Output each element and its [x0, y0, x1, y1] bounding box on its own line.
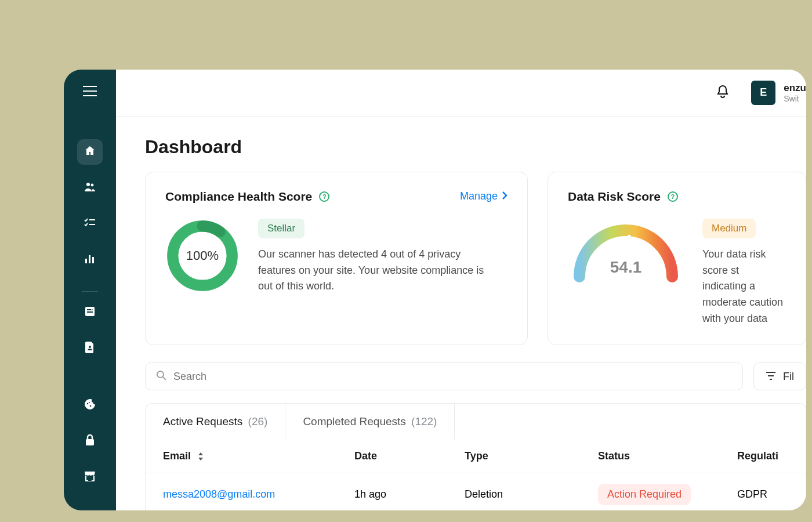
manage-link[interactable]: Manage — [460, 190, 507, 202]
compliance-percent: 100% — [165, 219, 240, 293]
sidebar-item-home[interactable] — [77, 139, 103, 165]
sort-icon — [198, 452, 204, 461]
risk-title: Data Risk Score — [568, 190, 661, 204]
svg-point-11 — [89, 402, 90, 403]
tab-active-requests[interactable]: Active Requests (26) — [146, 404, 285, 440]
request-tabs: Active Requests (26) Completed Requests … — [145, 403, 806, 440]
sidebar — [64, 70, 116, 510]
form-icon — [85, 306, 95, 319]
sidebar-item-security[interactable] — [77, 429, 103, 454]
checklist-icon — [84, 218, 96, 230]
manage-label: Manage — [460, 190, 498, 202]
user-subtitle: Swit — [784, 94, 806, 103]
svg-point-10 — [90, 405, 92, 407]
risk-badge: Medium — [702, 219, 756, 238]
lock-icon — [85, 434, 95, 448]
svg-rect-4 — [92, 257, 94, 263]
bar-chart-icon — [85, 253, 95, 266]
notifications-button[interactable] — [716, 85, 729, 101]
sidebar-item-document[interactable] — [77, 336, 103, 361]
status-badge: Action Required — [598, 484, 691, 505]
col-header-type[interactable]: Type — [465, 450, 598, 462]
svg-rect-6 — [87, 309, 91, 310]
svg-rect-12 — [86, 439, 94, 445]
svg-point-18 — [157, 371, 164, 378]
sidebar-divider — [82, 291, 98, 292]
search-icon — [156, 370, 166, 383]
svg-rect-3 — [89, 255, 90, 263]
sidebar-item-tasks[interactable] — [77, 211, 103, 237]
filter-button[interactable]: Fil — [753, 362, 806, 390]
svg-point-1 — [91, 184, 94, 187]
sidebar-item-forms[interactable] — [77, 300, 103, 325]
sidebar-item-analytics[interactable] — [77, 247, 103, 273]
table-header-row: Email Date Type Status Regulati — [146, 440, 806, 473]
sidebar-item-store[interactable] — [77, 465, 103, 490]
col-header-status[interactable]: Status — [598, 450, 737, 462]
home-icon — [84, 145, 96, 159]
search-box[interactable] — [145, 362, 743, 390]
risk-gauge-chart: 54.1 — [568, 219, 684, 282]
search-input[interactable] — [173, 371, 732, 383]
svg-rect-13 — [88, 477, 92, 481]
compliance-title: Compliance Health Score — [165, 190, 312, 204]
chevron-right-icon — [502, 190, 507, 202]
col-header-email[interactable]: Email — [163, 450, 354, 462]
col-header-regulation[interactable]: Regulati — [737, 450, 788, 462]
row-type: Deletion — [465, 488, 598, 501]
topbar: E enzu Swit — [116, 70, 806, 117]
compliance-donut-chart: 100% — [165, 219, 240, 293]
document-icon — [85, 342, 95, 356]
store-icon — [84, 471, 96, 484]
sidebar-item-users[interactable] — [77, 175, 103, 201]
filter-label: Fil — [783, 371, 794, 383]
risk-text: Your data risk score st indicating a mod… — [702, 246, 786, 327]
risk-value: 54.1 — [568, 258, 684, 277]
app-window: E enzu Swit Dashboard Compliance Health … — [64, 70, 806, 510]
tab-completed-requests[interactable]: Completed Requests (122) — [285, 404, 455, 440]
compliance-badge: Stellar — [258, 219, 304, 238]
svg-point-0 — [86, 183, 90, 186]
page-title: Dashboard — [145, 136, 806, 158]
filter-icon — [766, 371, 776, 383]
hamburger-menu-button[interactable] — [83, 86, 97, 99]
risk-card: Data Risk Score ? — [548, 172, 806, 345]
col-header-date[interactable]: Date — [354, 450, 465, 462]
svg-rect-2 — [85, 259, 87, 263]
user-menu[interactable]: E enzu Swit — [751, 81, 806, 105]
row-regulation: GDPR — [737, 488, 788, 501]
svg-point-9 — [87, 403, 89, 405]
svg-point-8 — [89, 346, 91, 348]
user-name: enzu — [784, 82, 806, 94]
main-area: E enzu Swit Dashboard Compliance Health … — [116, 70, 806, 510]
compliance-card: Compliance Health Score ? Manage — [145, 172, 528, 345]
sidebar-item-cookies[interactable] — [77, 393, 103, 418]
row-email[interactable]: messa2008@gmail.com — [163, 488, 275, 501]
help-icon[interactable]: ? — [319, 191, 329, 202]
svg-rect-7 — [87, 311, 93, 313]
users-icon — [84, 182, 96, 194]
row-date: 1h ago — [354, 488, 465, 501]
compliance-text: Our scanner has detected 4 out of 4 priv… — [258, 246, 490, 295]
help-icon[interactable]: ? — [668, 191, 678, 202]
cookie-icon — [84, 398, 96, 412]
requests-table: Email Date Type Status Regulati messa200… — [145, 440, 806, 510]
table-row[interactable]: messa2008@gmail.com 1h ago Deletion Acti… — [146, 473, 806, 510]
avatar: E — [751, 81, 775, 105]
